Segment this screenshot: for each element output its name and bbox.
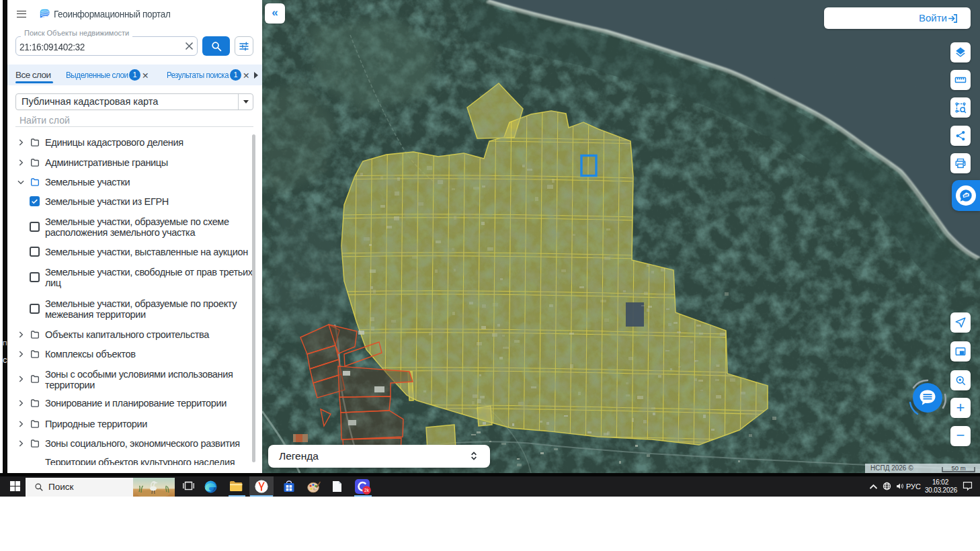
svg-text:50 m: 50 m xyxy=(951,464,965,472)
svg-text:2k: 2k xyxy=(364,488,370,493)
